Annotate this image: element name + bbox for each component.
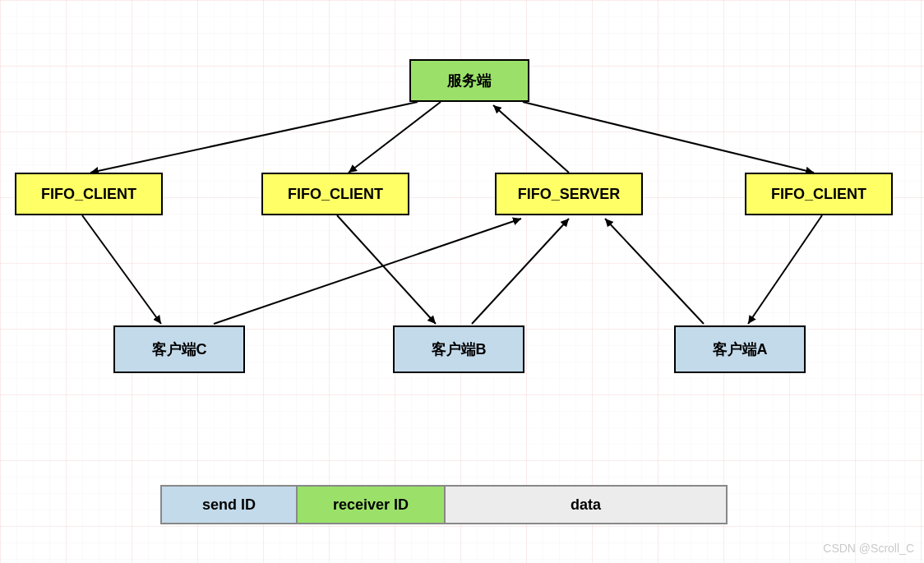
client-b-box: 客户端B [393, 325, 524, 373]
client-b-label: 客户端B [432, 339, 487, 359]
fifo-server-box: FIFO_SERVER [495, 173, 643, 215]
svg-line-9 [605, 219, 704, 324]
fifo-client-box-2: FIFO_CLIENT [261, 173, 409, 215]
packet-legend: send ID receiver ID data [160, 485, 728, 524]
server-box: 服务端 [409, 59, 529, 102]
fifo-client-box-1: FIFO_CLIENT [15, 173, 163, 215]
fifo-client-3-label: FIFO_CLIENT [771, 186, 866, 203]
legend-send-id: send ID [162, 487, 298, 523]
legend-receiver-id: receiver ID [298, 487, 446, 523]
svg-line-4 [82, 215, 161, 324]
client-a-box: 客户端A [674, 325, 806, 373]
svg-line-1 [349, 102, 441, 173]
svg-line-8 [472, 219, 569, 324]
svg-line-7 [214, 219, 521, 324]
client-a-label: 客户端A [713, 339, 768, 359]
fifo-client-2-label: FIFO_CLIENT [288, 186, 383, 203]
svg-line-0 [90, 102, 418, 173]
diagram-canvas: 服务端 FIFO_CLIENT FIFO_CLIENT FIFO_SERVER … [0, 0, 924, 563]
client-c-label: 客户端C [152, 339, 207, 359]
watermark-text: CSDN @Scroll_C [823, 542, 914, 555]
svg-line-2 [523, 102, 814, 173]
server-label: 服务端 [447, 71, 492, 90]
fifo-client-box-3: FIFO_CLIENT [745, 173, 893, 215]
fifo-server-label: FIFO_SERVER [518, 186, 621, 203]
fifo-client-1-label: FIFO_CLIENT [41, 186, 136, 203]
client-c-box: 客户端C [113, 325, 245, 373]
svg-line-3 [493, 105, 569, 173]
svg-line-5 [337, 215, 436, 324]
svg-line-6 [748, 215, 822, 324]
legend-data: data [446, 487, 726, 523]
